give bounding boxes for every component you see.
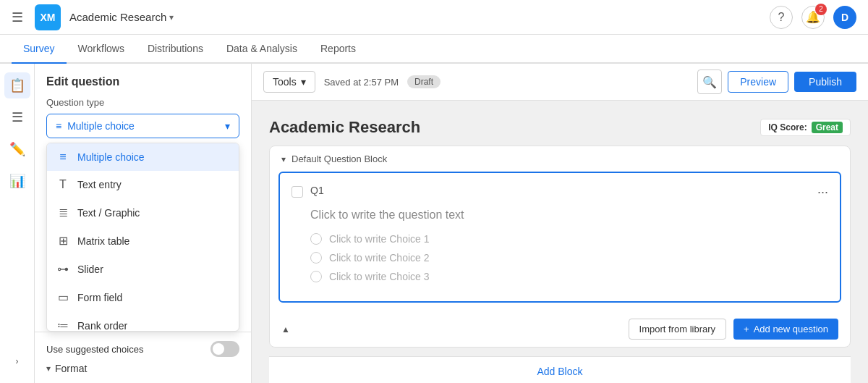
help-icon: ?: [778, 11, 785, 24]
add-icon: +: [744, 324, 749, 334]
notif-badge: 2: [815, 4, 827, 15]
tab-reports[interactable]: Reports: [309, 35, 367, 64]
iq-score-badge: IQ Score: Great: [760, 119, 851, 136]
import-from-library-button[interactable]: Import from library: [629, 319, 726, 340]
tools-button[interactable]: Tools ▾: [263, 71, 315, 93]
tools-label: Tools: [273, 76, 297, 88]
sl-icon: ⊶: [56, 262, 70, 276]
tab-survey[interactable]: Survey: [12, 35, 67, 64]
draft-badge: Draft: [407, 75, 441, 88]
user-avatar[interactable]: D: [833, 6, 856, 29]
block-bottom: ▲ Import from library + Add new question: [270, 311, 850, 347]
question-type-selector[interactable]: ≡ Multiple choice ▾: [46, 114, 239, 138]
suggested-choices-label: Use suggested choices: [46, 344, 143, 355]
selected-type-label: Multiple choice: [67, 120, 135, 132]
xm-logo: XM: [35, 4, 61, 30]
sidebar-chart-icon[interactable]: 📊: [4, 168, 30, 194]
format-chevron-icon: ▾: [46, 363, 51, 374]
publish-button[interactable]: Publish: [794, 72, 856, 92]
canvas-area: Academic Research IQ Score: Great ▾ Defa…: [252, 101, 868, 383]
add-block-row[interactable]: Add Block: [269, 356, 851, 383]
choice-row-1: Click to write Choice 1: [310, 233, 828, 245]
hamburger-icon[interactable]: ☰: [12, 9, 23, 25]
suggested-choices-row: Use suggested choices: [46, 341, 239, 357]
brand-chevron-icon[interactable]: ▾: [169, 12, 174, 22]
question-type-label: Question type: [35, 94, 251, 114]
question-card[interactable]: Q1 ··· Click to write the question text …: [278, 172, 841, 303]
search-button[interactable]: 🔍: [697, 70, 722, 94]
add-block-label: Add Block: [537, 366, 582, 377]
dropdown-item-form-field[interactable]: ▭ Form field: [47, 283, 239, 311]
tools-chevron-icon: ▾: [301, 76, 306, 88]
mc-icon: ≡: [56, 151, 70, 164]
mt-label: Matrix table: [77, 235, 129, 247]
dropdown-item-text-entry[interactable]: T Text entry: [47, 171, 239, 198]
ro-icon: ≔: [56, 319, 70, 332]
choice-radio-2[interactable]: [310, 252, 322, 264]
survey-title-text: Academic Research: [269, 118, 420, 137]
question-checkbox[interactable]: [292, 186, 303, 198]
help-button[interactable]: ?: [770, 6, 793, 29]
dropdown-item-matrix-table[interactable]: ⊞ Matrix table: [47, 227, 239, 255]
sidebar-list-icon[interactable]: ☰: [4, 104, 30, 130]
block-bottom-chevron-icon[interactable]: ▲: [281, 324, 290, 334]
te-icon: T: [56, 178, 70, 191]
brand-name-label: Academic Research: [69, 11, 166, 23]
tab-data-analysis[interactable]: Data & Analysis: [215, 35, 309, 64]
sl-label: Slider: [77, 264, 103, 275]
brand-title: Academic Research ▾: [69, 11, 174, 23]
question-number: Q1: [310, 185, 324, 196]
multiple-choice-icon: ≡: [56, 120, 61, 132]
mc-label: Multiple choice: [77, 151, 145, 163]
format-label: Format: [55, 363, 87, 374]
sidebar-expand-icon[interactable]: ›: [4, 348, 30, 374]
ff-label: Form field: [77, 292, 122, 303]
dropdown-item-text-graphic[interactable]: ≣ Text / Graphic: [47, 198, 239, 227]
choice-radio-1[interactable]: [310, 233, 322, 245]
question-text[interactable]: Click to write the question text: [310, 209, 828, 222]
sidebar-surveys-icon[interactable]: 📋: [4, 72, 30, 98]
sidebar-wand-icon[interactable]: ✏️: [4, 136, 30, 162]
tab-workflows[interactable]: Workflows: [67, 35, 136, 64]
save-status: Saved at 2:57 PM: [324, 77, 399, 88]
toolbar-right: 🔍 Preview Publish: [697, 70, 856, 94]
notifications-button[interactable]: 🔔 2: [801, 6, 825, 29]
choice-row-2: Click to write Choice 2: [310, 252, 828, 264]
question-block: ▾ Default Question Block Q1 ··· Click to…: [269, 146, 851, 348]
toolbar-row: Tools ▾ Saved at 2:57 PM Draft 🔍 Preview…: [252, 64, 868, 101]
mt-icon: ⊞: [56, 234, 70, 248]
edit-question-header: Edit question: [35, 64, 251, 94]
dropdown-item-rank-order[interactable]: ≔ Rank order: [47, 311, 239, 332]
ro-label: Rank order: [77, 320, 127, 332]
add-new-question-button[interactable]: + Add new question: [733, 319, 838, 340]
format-row[interactable]: ▾ Format: [46, 363, 239, 374]
dropdown-item-slider[interactable]: ⊶ Slider: [47, 255, 239, 283]
question-more-button[interactable]: ···: [817, 185, 828, 200]
choice-label-3[interactable]: Click to write Choice 3: [329, 271, 430, 282]
suggested-choices-toggle[interactable]: [210, 341, 239, 357]
question-card-left: Q1: [292, 185, 324, 198]
choice-label-2[interactable]: Click to write Choice 2: [329, 252, 430, 264]
main-layout: 📋 ☰ ✏️ 📊 › Edit question Question type ≡…: [0, 64, 868, 383]
tg-icon: ≣: [56, 206, 70, 219]
type-selector-left: ≡ Multiple choice: [56, 120, 135, 132]
block-bottom-actions: Import from library + Add new question: [629, 319, 838, 340]
top-bar: ☰ XM Academic Research ▾ ? 🔔 2 D: [0, 0, 868, 35]
survey-title-row: Academic Research IQ Score: Great: [269, 118, 851, 137]
block-header: ▾ Default Question Block: [270, 146, 850, 172]
dropdown-item-multiple-choice[interactable]: ≡ Multiple choice: [47, 143, 239, 171]
tab-distributions[interactable]: Distributions: [136, 35, 215, 64]
question-type-dropdown: ≡ Multiple choice T Text entry ≣ Text / …: [46, 143, 239, 332]
preview-button[interactable]: Preview: [728, 71, 788, 93]
iq-value: Great: [812, 122, 843, 133]
block-collapse-icon[interactable]: ▾: [281, 154, 286, 164]
search-icon: 🔍: [702, 75, 717, 89]
tg-label: Text / Graphic: [77, 207, 140, 219]
iq-label: IQ Score:: [768, 122, 807, 132]
block-header-label: Default Question Block: [292, 153, 387, 164]
choice-row-3: Click to write Choice 3: [310, 271, 828, 282]
top-bar-right: ? 🔔 2 D: [770, 6, 856, 29]
choice-radio-3[interactable]: [310, 271, 322, 282]
type-selector-chevron-icon: ▾: [225, 120, 230, 132]
choice-label-1[interactable]: Click to write Choice 1: [329, 233, 430, 245]
